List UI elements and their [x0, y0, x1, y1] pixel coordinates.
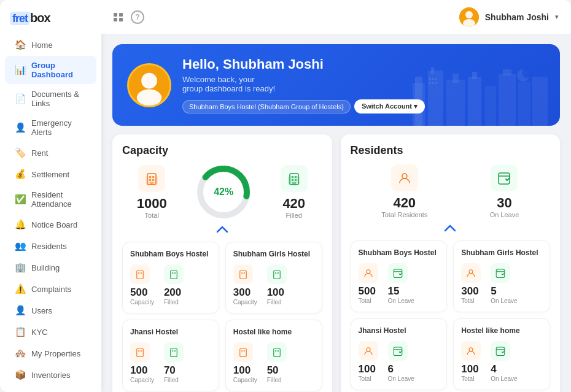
- capacity-filled-icon: [281, 165, 308, 192]
- sidebar-label-users: Users: [31, 306, 52, 315]
- help-icon[interactable]: ?: [131, 10, 144, 24]
- svg-rect-70: [394, 269, 402, 278]
- sidebar-label-group-dashboard: Group Dashboard: [31, 61, 87, 79]
- residents-expand[interactable]: [351, 223, 551, 234]
- svg-rect-47: [172, 272, 173, 274]
- capacity-expand[interactable]: [122, 225, 322, 236]
- svg-rect-53: [275, 272, 276, 274]
- sidebar-item-notice[interactable]: 🔔 Notice Board: [5, 214, 96, 235]
- sidebar-item-kyc[interactable]: 📋 KYC: [5, 321, 96, 342]
- svg-rect-38: [292, 176, 293, 178]
- sidebar-icon-residents: 👥: [15, 240, 26, 252]
- hero-banner: Hello, Shubham Joshi Welcome back, your …: [112, 44, 560, 126]
- sidebar-item-menu[interactable]: 🍽️ Hostel Menu: [5, 386, 96, 392]
- residents-subcard-title-2: Jhansi Hostel: [359, 326, 440, 335]
- user-name: Shubham Joshi: [485, 12, 549, 22]
- fill-hostel-icon-3: [267, 342, 287, 362]
- res-leave-value-3: 4: [491, 363, 517, 375]
- sidebar-label-notice: Notice Board: [31, 220, 77, 229]
- capacity-subcard-stat-fill-1: 100 Filled: [267, 264, 287, 306]
- sidebar-label-properties: My Properties: [31, 349, 80, 358]
- svg-rect-39: [295, 176, 297, 178]
- residents-subcard-3: Hostel like home 100 Total 4 On Leave: [453, 318, 550, 390]
- res-total-value-3: 100: [461, 363, 481, 375]
- sidebar-item-complaints[interactable]: ⚠️ Complaints: [5, 279, 96, 299]
- topbar-left: ?: [114, 10, 144, 24]
- residents-subcard-1: Shubham Girls Hostel 300 Total 5 On Leav…: [453, 240, 550, 312]
- sidebar-item-attendance[interactable]: ✅ Resident Attendance: [5, 185, 96, 213]
- svg-rect-62: [241, 350, 243, 352]
- capacity-sub-cards: Shubham Boys Hostel 500 Capacity 200 Fil…: [122, 242, 322, 391]
- residents-subcard-title-0: Shubham Boys Hostel: [359, 248, 440, 257]
- switch-account-button[interactable]: Switch Account ▾: [354, 99, 425, 113]
- res-total-label-2: Total: [359, 375, 378, 382]
- svg-rect-48: [174, 272, 176, 274]
- svg-rect-42: [292, 182, 296, 185]
- residents-leave-icon: [491, 164, 518, 191]
- svg-rect-44: [138, 272, 139, 274]
- res-total-label-0: Total: [359, 298, 378, 304]
- fill-hostel-value-3: 50: [267, 364, 287, 377]
- topbar-right: Shubham Joshi ▾: [459, 7, 559, 27]
- sidebar-label-inventories: Inventories: [31, 371, 71, 380]
- sidebar-item-settlement[interactable]: 💰 Settlement: [5, 164, 96, 185]
- sidebar-item-group-dashboard[interactable]: 📊 Group Dashboard: [5, 56, 96, 84]
- sidebar-label-complaints: Complaints: [31, 285, 71, 294]
- cap-hostel-cap-label-2: Capacity: [130, 377, 154, 383]
- capacity-subcard-1: Shubham Girls Hostel 300 Capacity 100 Fi…: [225, 242, 322, 313]
- capacity-filled-label: Filled: [281, 212, 308, 219]
- svg-rect-29: [149, 176, 151, 178]
- sidebar-icon-properties: 🏘️: [15, 348, 26, 359]
- sidebar-item-users[interactable]: 👤 Users: [5, 300, 96, 321]
- residents-subcard-total-2: 100 Total: [359, 341, 378, 382]
- sidebar-item-home[interactable]: 🏠 Home: [5, 34, 96, 55]
- sidebar-item-properties[interactable]: 🏘️ My Properties: [5, 343, 96, 364]
- svg-rect-72: [497, 269, 505, 278]
- capacity-subcard-2: Jhansi Hostel 100 Capacity 70 Filled: [122, 320, 219, 391]
- capacity-subcard-stat-cap-1: 300 Capacity: [233, 264, 257, 306]
- svg-rect-74: [394, 347, 402, 356]
- sidebar-item-residents[interactable]: 👥 Residents: [5, 236, 96, 256]
- capacity-title: Capacity: [122, 144, 322, 157]
- capacity-subcard-stat-cap-2: 100 Capacity: [130, 342, 154, 383]
- sidebar-item-rent[interactable]: 🏷️ Rent: [5, 142, 96, 163]
- svg-rect-65: [275, 350, 276, 352]
- sidebar-item-documents[interactable]: 📄 Documents & Links: [5, 85, 96, 113]
- res-total-label-3: Total: [461, 375, 481, 382]
- capacity-subcard-stat-fill-3: 50 Filled: [267, 342, 287, 383]
- sidebar-label-building: Building: [31, 263, 60, 272]
- sidebar-item-building[interactable]: 🏢 Building: [5, 257, 96, 278]
- res-leave-label-3: On Leave: [491, 375, 517, 382]
- residents-main-stats: 420 Total Residents 30: [351, 164, 551, 218]
- svg-rect-43: [137, 271, 144, 279]
- residents-total-stat: 420 Total Residents: [381, 164, 427, 218]
- svg-rect-45: [141, 272, 142, 274]
- fill-hostel-icon-0: [164, 264, 184, 284]
- residents-subcard-0: Shubham Boys Hostel 500 Total 15 On Leav…: [351, 240, 448, 312]
- dashboard: Hello, Shubham Joshi Welcome back, your …: [101, 34, 571, 392]
- res-total-value-0: 500: [359, 285, 378, 298]
- fill-hostel-label-1: Filled: [267, 299, 287, 306]
- sidebar-label-settlement: Settlement: [31, 170, 69, 179]
- fill-hostel-icon-2: [164, 342, 184, 362]
- panels-row: Capacity: [112, 134, 560, 392]
- apps-icon[interactable]: [114, 13, 123, 21]
- hero-avatar: [127, 63, 171, 107]
- residents-subcard-leave-0: 15 On Leave: [388, 263, 414, 304]
- svg-rect-30: [152, 176, 154, 178]
- res-total-label-1: Total: [461, 298, 481, 304]
- svg-rect-66: [277, 350, 278, 352]
- svg-rect-63: [244, 350, 245, 352]
- sidebar-item-inventories[interactable]: 📦 Inventories: [5, 364, 96, 385]
- res-total-value-2: 100: [359, 363, 378, 375]
- hero-content: Hello, Shubham Joshi Welcome back, your …: [182, 56, 545, 113]
- residents-total-icon: [391, 164, 418, 191]
- residents-sub-cards: Shubham Boys Hostel 500 Total 15 On Leav…: [351, 240, 551, 390]
- res-leave-icon-1: [491, 263, 510, 283]
- fill-hostel-value-0: 200: [164, 286, 184, 299]
- sidebar-item-emergency[interactable]: 👤 Emergency Alerts: [5, 113, 96, 142]
- res-total-icon-1: [461, 263, 481, 283]
- res-total-icon-0: [359, 263, 378, 283]
- capacity-main-stats: 1000 Total 42%: [122, 164, 322, 220]
- user-menu-chevron[interactable]: ▾: [555, 13, 559, 21]
